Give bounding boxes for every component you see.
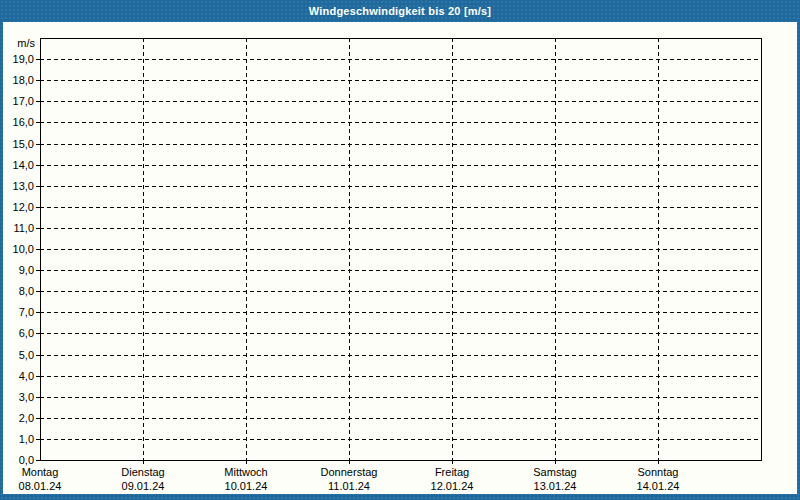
y-tick-label: 17,0 [13, 95, 34, 107]
y-tick-label: 8,0 [19, 285, 34, 297]
x-weekday-label: Donnerstag [321, 466, 378, 478]
y-tick-label: 1,0 [19, 433, 34, 445]
y-tick-label: 10,0 [13, 243, 34, 255]
y-tick-label: 9,0 [19, 264, 34, 276]
y-tick-label: 16,0 [13, 116, 34, 128]
y-tick-label: 15,0 [13, 138, 34, 150]
y-tick-label: 3,0 [19, 391, 34, 403]
x-date-label: 09.01.24 [122, 480, 165, 492]
chart-svg: 19,018,017,016,015,014,013,012,011,010,0… [3, 22, 797, 494]
y-tick-label: 11,0 [13, 222, 34, 234]
y-tick-label: 19,0 [13, 53, 34, 65]
x-date-label: 14.01.24 [637, 480, 680, 492]
x-weekday-label: Sonntag [638, 466, 679, 478]
x-date-label: 12.01.24 [431, 480, 474, 492]
y-tick-label: 13,0 [13, 180, 34, 192]
y-axis-unit-label: m/s [17, 37, 35, 49]
x-date-label: 13.01.24 [534, 480, 577, 492]
x-weekday-label: Mittwoch [224, 466, 267, 478]
x-weekday-label: Montag [22, 466, 59, 478]
y-tick-label: 7,0 [19, 306, 34, 318]
chart-title: Windgeschwindigkeit bis 20 [m/s] [309, 5, 491, 17]
x-date-label: 11.01.24 [328, 480, 370, 492]
y-tick-label: 0,0 [19, 454, 34, 466]
y-tick-label: 6,0 [19, 327, 34, 339]
x-date-label: 10.01.24 [225, 480, 268, 492]
y-tick-label: 2,0 [19, 412, 34, 424]
x-weekday-label: Samstag [533, 466, 576, 478]
chart-panel: 19,018,017,016,015,014,013,012,011,010,0… [3, 22, 797, 494]
y-tick-label: 12,0 [13, 201, 34, 213]
x-weekday-label: Freitag [435, 466, 469, 478]
y-tick-label: 4,0 [19, 370, 34, 382]
x-date-label: 08.01.24 [19, 480, 62, 492]
title-bar: Windgeschwindigkeit bis 20 [m/s] [0, 0, 800, 22]
x-weekday-label: Dienstag [121, 466, 164, 478]
wind-chart-window: Windgeschwindigkeit bis 20 [m/s] 19,018,… [0, 0, 800, 500]
y-tick-label: 18,0 [13, 74, 34, 86]
y-tick-label: 5,0 [19, 349, 34, 361]
y-tick-label: 14,0 [13, 159, 34, 171]
